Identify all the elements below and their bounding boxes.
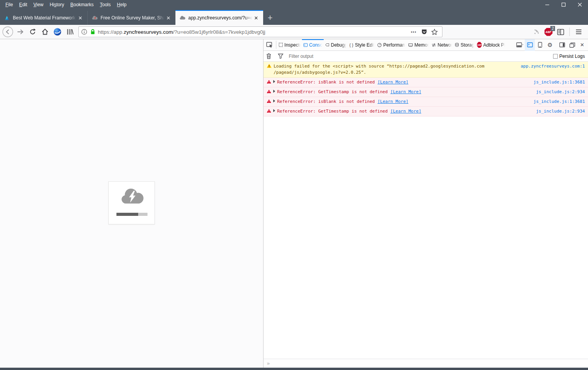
tab-style-editor[interactable]: { } Style Editor [348,39,376,50]
expand-caret-icon[interactable] [273,99,275,102]
menu-file[interactable]: File [2,0,16,9]
adblock-badge: 2 [550,26,555,31]
menu-tools[interactable]: Tools [97,0,114,9]
tab-console[interactable]: Console [302,39,324,50]
devtools-toolbox-buttons: ⚙ ✕ [515,39,588,50]
expand-caret-icon[interactable] [273,90,275,93]
dock-to-side-icon[interactable] [557,39,567,51]
close-window-button[interactable] [572,0,588,9]
clear-console-icon[interactable] [264,51,274,62]
expand-caret-icon[interactable] [273,80,275,83]
menu-bookmarks[interactable]: Bookmarks [67,0,97,9]
tab-performance[interactable]: Performance [376,39,407,50]
dock-to-bottom-icon[interactable] [515,39,525,51]
loading-placeholder-card [108,181,155,224]
learn-more-link[interactable]: [Learn More] [378,99,408,104]
menu-edit[interactable]: Edit [16,0,30,9]
gray-cloud-icon [179,15,186,21]
hamburger-menu-icon[interactable] [572,26,585,38]
console-empty-area [264,116,588,359]
https-lock-icon[interactable] [90,29,95,35]
console-output: Loading failed for the <script> with sou… [264,62,588,116]
tab-storage[interactable]: Storage [453,39,475,50]
tab-network[interactable]: Network [430,39,453,50]
back-button[interactable] [2,26,14,38]
browser-tab-2[interactable]: Free Online Survey Maker, Shar ✕ [88,11,175,25]
separate-window-icon[interactable] [567,39,577,51]
home-button[interactable] [39,26,51,38]
error-source-link[interactable]: js_include.js:2:934 [536,89,585,95]
menu-view[interactable]: View [30,0,47,9]
warning-source-link[interactable]: app.zyncfreesurveys.com:1 [520,63,585,69]
error-message: ReferenceError: isBlank is not defined [277,80,375,85]
reload-button[interactable] [26,26,39,38]
learn-more-link[interactable]: [Learn More] [390,109,421,114]
rss-icon[interactable] [530,26,543,38]
loading-progress-fill [116,213,138,216]
pick-element-icon[interactable] [264,39,275,50]
devtools-settings-icon[interactable]: ⚙ [545,39,555,51]
browser-tab-1[interactable]: Best Web Material Framework A ✕ [0,11,88,25]
cloud-red-bolt-icon [92,15,98,21]
error-source-link[interactable]: js_include.js:1:3681 [534,79,585,85]
persist-logs-toggle[interactable]: Persist Logs [553,54,585,59]
window-controls [539,0,588,9]
menu-help[interactable]: Help [114,0,130,9]
tab-title: Free Online Survey Maker, Shar [101,15,165,21]
error-message: ReferenceError: GetTimestamp is not defi… [277,109,388,114]
browser-tab-3-active[interactable]: app.zyncfreesurveys.com/?u=e ✕ [175,10,263,25]
console-filter-bar: Filter output Persist Logs [264,51,588,62]
console-error-row: ReferenceError: isBlank is not defined[L… [264,97,588,107]
window-bottom-border [0,368,588,370]
console-error-row: ReferenceError: GetTimestamp is not defi… [264,87,588,97]
filter-output-input[interactable]: Filter output [289,54,553,59]
tab-title: Best Web Material Framework A [13,15,76,21]
page-actions-icon[interactable]: ••• [408,30,419,34]
navigation-toolbar: https://app.zyncfreesurveys.com/?u=eo85w… [0,25,588,39]
pocket-icon[interactable] [419,29,429,35]
responsive-design-mode-icon[interactable] [535,39,545,51]
performance-icon [377,42,382,48]
persist-logs-checkbox[interactable] [553,54,558,59]
tab-debugger[interactable]: Debugger [324,39,348,50]
inspector-icon [279,42,283,47]
learn-more-link[interactable]: [Learn More] [390,89,421,94]
error-source-link[interactable]: js_include.js:1:3681 [534,99,585,105]
memory-icon [408,43,413,47]
error-icon [267,99,271,103]
minimize-button[interactable] [539,0,555,9]
library-button[interactable] [64,26,76,38]
devtools-panel: Inspector Console Debugger { } Style Edi… [263,39,588,368]
devtools-toolbox-tabs: Inspector Console Debugger { } Style Edi… [264,39,588,51]
split-console-icon[interactable] [525,39,535,51]
warning-icon [267,64,272,68]
tab-close-icon[interactable]: ✕ [165,14,172,22]
learn-more-link[interactable]: [Learn More] [378,80,408,85]
tab-inspector[interactable]: Inspector [277,39,302,50]
close-devtools-icon[interactable]: ✕ [577,39,587,51]
tab-close-icon[interactable]: ✕ [252,14,260,22]
maximize-button[interactable] [555,0,572,9]
bookmark-star-icon[interactable] [429,29,440,35]
sidebar-toggle-icon[interactable] [554,26,567,38]
error-message: ReferenceError: GetTimestamp is not defi… [277,89,388,94]
expand-caret-icon[interactable] [273,109,275,112]
tab-memory[interactable]: Memory [407,39,430,50]
menu-history[interactable]: History [47,0,67,9]
menu-items: File Edit View History Bookmarks Tools H… [0,0,130,9]
forward-button[interactable] [14,26,26,38]
adblock-plus-button[interactable]: ABP 2 [543,26,554,38]
network-icon [432,43,436,47]
console-icon [304,43,308,47]
error-icon [267,80,271,84]
filter-funnel-icon[interactable] [276,51,286,62]
tab-adblock-plus[interactable]: ABP Adblock Plus [475,39,506,50]
sphere-logo-icon[interactable] [51,26,64,38]
page-info-icon[interactable] [81,29,87,35]
address-bar[interactable]: https://app.zyncfreesurveys.com/?u=eo85w… [78,26,442,37]
console-input-row[interactable]: » [264,359,588,368]
new-tab-button[interactable]: + [263,11,277,25]
tab-close-icon[interactable]: ✕ [76,14,84,22]
error-source-link[interactable]: js_include.js:2:934 [536,108,585,115]
tab-title: app.zyncfreesurveys.com/?u=e [188,15,252,21]
